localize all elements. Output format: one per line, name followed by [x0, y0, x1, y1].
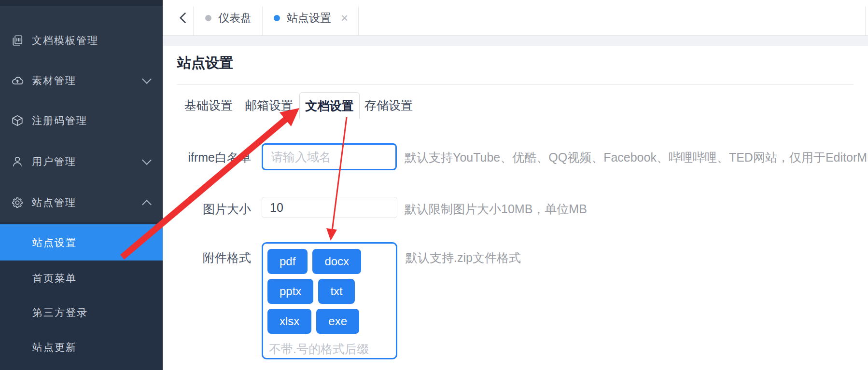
field-label-iframe-whitelist: ifrme白名单 [181, 150, 251, 165]
iframe-whitelist-input[interactable]: 请输入域名 [262, 143, 397, 170]
settings-card: 站点设置 基础设置 邮箱设置 文档设置 存储设置 ifrme白名单 请输入域名 … [163, 46, 868, 370]
field-hint-image-size: 默认限制图片大小10MB，单位MB [405, 201, 587, 217]
sidebar-item-material[interactable]: 素材管理 [0, 69, 163, 92]
close-icon[interactable]: × [341, 12, 348, 24]
sidebar-item-home-menu[interactable]: 首页菜单 [0, 266, 163, 291]
page-title: 站点设置 [177, 54, 233, 73]
image-size-input[interactable]: 10 [262, 197, 397, 218]
format-tag[interactable]: exe [316, 309, 359, 334]
tab-divider [865, 6, 866, 35]
tab-divider [262, 6, 263, 35]
chevron-down-icon [142, 74, 152, 84]
field-hint-attachment-format: 默认支持.zip文件格式 [406, 250, 521, 266]
sidebar-item-site-mgmt[interactable]: 站点管理 [0, 191, 163, 214]
sidebar-item-label: 站点管理 [32, 196, 76, 209]
sidebar-item-users[interactable]: 用户管理 [0, 150, 163, 173]
sidebar-subitem-label: 站点更新 [32, 341, 77, 354]
cloud-upload-icon [11, 74, 24, 87]
tab-divider [193, 6, 194, 35]
input-value: 10 [270, 201, 283, 215]
sidebar: 文档模板管理 素材管理 注册码管理 [0, 0, 163, 370]
sidebar-subitem-label: 站点设置 [32, 236, 77, 249]
sidebar-item-label: 文档模板管理 [32, 34, 98, 47]
title-divider [177, 84, 854, 85]
field-hint-iframe-whitelist: 默认支持YouTube、优酷、QQ视频、Facebook、哔哩哔哩、TED网站，… [405, 150, 868, 165]
app-window: 文档模板管理 素材管理 注册码管理 [0, 0, 868, 370]
chevron-down-icon [142, 155, 152, 165]
back-arrow-button[interactable] [173, 0, 193, 36]
format-tag[interactable]: pdf [267, 249, 308, 274]
sidebar-item-label: 用户管理 [32, 155, 76, 168]
main-area: 站点设置 基础设置 邮箱设置 文档设置 存储设置 ifrme白名单 请输入域名 … [163, 36, 868, 370]
sidebar-item-label: 素材管理 [32, 74, 76, 87]
tag-input-placeholder: 不带.号的格式后缀 [269, 341, 394, 357]
sidebar-item-site-update[interactable]: 站点更新 [0, 335, 163, 360]
sidebar-item-label: 注册码管理 [32, 114, 87, 127]
format-tag[interactable]: txt [318, 279, 354, 304]
format-tag[interactable]: pptx [267, 279, 313, 304]
sidebar-top-strip [0, 0, 163, 6]
tab-site-settings[interactable]: 站点设置 × [274, 0, 351, 36]
sidebar-subitem-label: 首页菜单 [32, 272, 77, 285]
sidebar-item-regcode[interactable]: 注册码管理 [0, 109, 163, 132]
attachment-format-tag-input[interactable]: pdf docx pptx txt xlsx exe 不带.号的格式后缀 [262, 242, 397, 359]
documents-icon [11, 34, 24, 47]
tab-mail-settings[interactable]: 邮箱设置 [233, 92, 305, 118]
sidebar-item-site-settings[interactable]: 站点设置 [0, 224, 163, 260]
tab-storage-settings[interactable]: 存储设置 [352, 92, 425, 118]
field-label-attachment-format: 附件格式 [181, 250, 251, 266]
sidebar-item-doc-template[interactable]: 文档模板管理 [0, 29, 163, 52]
tab-status-dot [274, 15, 280, 21]
tab-document-settings[interactable]: 文档设置 [299, 92, 360, 119]
tab-divider [358, 6, 359, 35]
chevron-up-icon [142, 200, 152, 209]
user-icon [11, 155, 24, 168]
tab-dashboard[interactable]: 仪表盘 [205, 0, 258, 36]
tag-list: pdf docx pptx txt xlsx exe [265, 247, 394, 336]
gear-icon [11, 196, 24, 209]
sidebar-subitem-label: 第三方登录 [32, 306, 88, 319]
sidebar-item-thirdparty-login[interactable]: 第三方登录 [0, 300, 163, 325]
tab-label: 仪表盘 [218, 11, 252, 26]
input-placeholder: 请输入域名 [271, 149, 331, 165]
tab-strip: 仪表盘 站点设置 × [163, 0, 868, 36]
field-label-image-size: 图片大小 [181, 201, 251, 217]
tab-label: 站点设置 [287, 11, 331, 26]
tab-status-dot [205, 15, 211, 21]
format-tag[interactable]: xlsx [267, 309, 311, 334]
format-tag[interactable]: docx [312, 249, 361, 274]
cube-icon [11, 114, 24, 127]
